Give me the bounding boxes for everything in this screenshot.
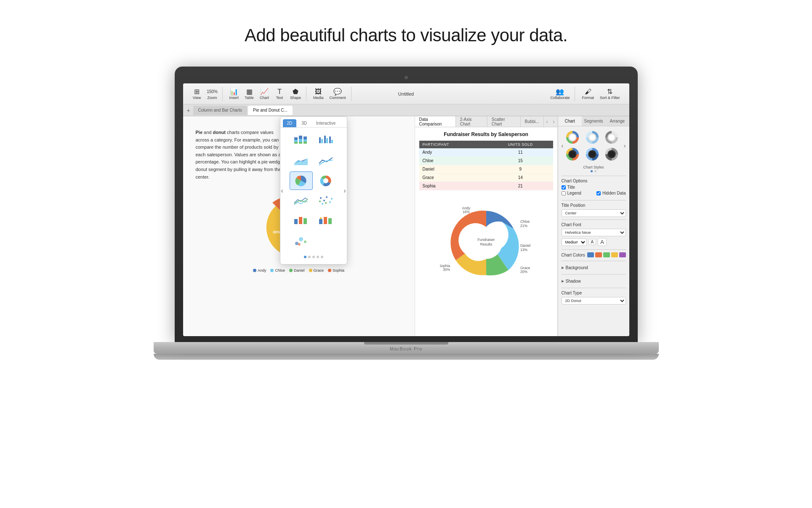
background-arrow: ▶ bbox=[562, 266, 564, 270]
chart-type-pie[interactable] bbox=[290, 171, 313, 190]
svg-point-27 bbox=[322, 203, 323, 205]
shape-button[interactable]: ⬟ Shape bbox=[288, 87, 304, 101]
chart-style-6[interactable] bbox=[604, 147, 619, 162]
font-decrease-button[interactable]: A bbox=[588, 239, 596, 245]
chart-type-stacked-area[interactable] bbox=[290, 151, 313, 170]
col-header-participant: PARTICIPANT bbox=[419, 141, 488, 148]
font-family-select[interactable]: Helvetica Neue Arial Times New Roman bbox=[562, 229, 626, 236]
cp-tab-2d[interactable]: 2D bbox=[283, 119, 297, 127]
text-button[interactable]: T Text bbox=[272, 87, 287, 101]
color-swatch-2[interactable] bbox=[595, 252, 602, 257]
divider-7 bbox=[562, 288, 626, 288]
chart-type-bar2[interactable] bbox=[290, 212, 313, 230]
view-button[interactable]: ⊞ View bbox=[190, 87, 204, 101]
chart-tab-data-comparison[interactable]: Data Comparison bbox=[415, 116, 456, 127]
panel-tab-arrange[interactable]: Arrange bbox=[605, 116, 629, 126]
sheet-tab-bar: + Column and Bar Charts Pie and Donut C.… bbox=[183, 104, 629, 116]
title-checkbox[interactable] bbox=[562, 185, 566, 190]
chart-picker-next[interactable]: › bbox=[343, 187, 346, 195]
donut-slice-andy bbox=[486, 211, 514, 229]
chart-type-mixed[interactable] bbox=[314, 212, 338, 230]
chart-style-5[interactable] bbox=[585, 147, 600, 162]
color-swatch-3[interactable] bbox=[603, 252, 610, 257]
legend-sophia: Sophia bbox=[328, 268, 344, 273]
svg-rect-13 bbox=[319, 137, 321, 143]
svg-rect-10 bbox=[304, 136, 307, 139]
sheet-tab-2[interactable]: Pie and Donut C... bbox=[248, 106, 293, 115]
title-checkbox-label: Title bbox=[567, 185, 575, 190]
color-swatch-4[interactable] bbox=[611, 252, 618, 257]
comment-button[interactable]: 💬 Comment bbox=[327, 87, 349, 101]
chart-button[interactable]: 📈 Chart bbox=[257, 87, 272, 101]
chart-picker-prev[interactable]: ‹ bbox=[281, 187, 283, 195]
chart-style-3[interactable] bbox=[604, 130, 619, 145]
svg-text:Grace: Grace bbox=[520, 266, 530, 270]
chart-styles-section: ‹ bbox=[562, 130, 626, 172]
shadow-disclosure[interactable]: ▶ Shadow bbox=[562, 277, 626, 285]
zoom-icon: 150% bbox=[208, 88, 217, 96]
chart-picker-empty bbox=[314, 232, 338, 251]
hidden-data-checkbox[interactable] bbox=[596, 191, 601, 195]
color-swatch-5[interactable] bbox=[619, 252, 626, 257]
format-button[interactable]: 🖌 Format bbox=[579, 87, 596, 101]
chart-type-select[interactable]: 2D Donut 2D Pie 3D Donut 3D Pie bbox=[562, 297, 626, 305]
title-position-label: Title Position bbox=[562, 203, 626, 208]
chart-type-grouped-bar[interactable] bbox=[314, 131, 338, 150]
cp-dot-4 bbox=[317, 256, 319, 258]
comment-icon: 💬 bbox=[333, 88, 342, 96]
chart-style-2[interactable] bbox=[585, 130, 600, 145]
title-position-select[interactable]: Center Left Right bbox=[562, 209, 626, 217]
add-sheet-button[interactable]: + bbox=[185, 107, 192, 114]
chart-type-stacked-bar[interactable] bbox=[290, 131, 313, 150]
cp-tab-3d[interactable]: 3D bbox=[297, 119, 311, 127]
chart-type-line[interactable] bbox=[314, 151, 338, 170]
chart-tab-bubble[interactable]: Bubbi... bbox=[521, 116, 544, 127]
svg-rect-12 bbox=[304, 142, 307, 144]
sheet-tab-1[interactable]: Column and Bar Charts bbox=[193, 106, 248, 115]
chart-type-scatter[interactable] bbox=[314, 192, 338, 210]
donut-chart: Fundraiser Results Andy 16% Chloe 21% Da… bbox=[440, 199, 532, 283]
styles-next-button[interactable]: › bbox=[624, 142, 626, 149]
table-row-daniel: Daniel 9 bbox=[419, 165, 553, 174]
chart-style-4[interactable] bbox=[565, 147, 580, 162]
cp-tab-interactive[interactable]: Interactive bbox=[312, 119, 340, 127]
chart-type-line2[interactable] bbox=[290, 192, 313, 210]
table-icon: ▦ bbox=[245, 88, 254, 96]
col-header-units: UNITS SOLD bbox=[488, 141, 553, 148]
legend-dot-sophia bbox=[328, 269, 331, 272]
collaborate-button[interactable]: 👥 Collaborate bbox=[548, 87, 572, 101]
chart-font-label: Chart Font bbox=[562, 222, 626, 227]
svg-rect-5 bbox=[294, 140, 298, 142]
media-button[interactable]: 🖼 Media bbox=[311, 87, 326, 101]
table-button[interactable]: ▦ Table bbox=[242, 87, 256, 101]
svg-text:21%: 21% bbox=[520, 224, 527, 228]
chart-tabs-next[interactable]: › bbox=[551, 119, 557, 125]
panel-tab-segments[interactable]: Segments bbox=[582, 116, 605, 126]
chart-style-1[interactable] bbox=[565, 130, 580, 145]
color-swatch-1[interactable] bbox=[587, 252, 594, 257]
chart-type-donut[interactable] bbox=[314, 171, 338, 190]
chart-tab-scatter[interactable]: Scatter Chart bbox=[487, 116, 521, 127]
chart-picker-pagination bbox=[280, 254, 347, 260]
panel-tab-chart[interactable]: Chart bbox=[558, 116, 582, 126]
font-size-select[interactable]: Medium Small Large bbox=[562, 238, 587, 246]
zoom-button[interactable]: 150% Zoom bbox=[205, 87, 220, 101]
chart-tabs-prev[interactable]: ‹ bbox=[544, 119, 551, 125]
svg-rect-16 bbox=[326, 138, 328, 143]
chart-type-bubble[interactable] bbox=[290, 232, 313, 251]
sort-filter-button[interactable]: ⇅ Sort & Filter bbox=[597, 87, 623, 101]
chart-tab-2axis[interactable]: 2-Axis Chart bbox=[456, 116, 487, 127]
svg-point-28 bbox=[331, 198, 333, 200]
collaborate-group: 👥 Collaborate bbox=[545, 87, 575, 101]
font-increase-button[interactable]: A bbox=[598, 238, 607, 246]
svg-text:20%: 20% bbox=[520, 270, 527, 274]
styles-prev-button[interactable]: ‹ bbox=[562, 142, 564, 149]
svg-text:30%: 30% bbox=[443, 267, 450, 272]
background-disclosure[interactable]: ▶ Background bbox=[562, 264, 626, 272]
media-group: 🖼 Media 💬 Comment bbox=[308, 87, 351, 101]
screen: ⊞ View 150% Zoom 📊 Insert bbox=[183, 83, 629, 336]
participant-daniel: Daniel bbox=[419, 165, 488, 174]
legend-checkbox[interactable] bbox=[562, 191, 566, 195]
units-daniel: 9 bbox=[488, 165, 553, 174]
insert-button[interactable]: 📊 Insert bbox=[227, 87, 242, 101]
